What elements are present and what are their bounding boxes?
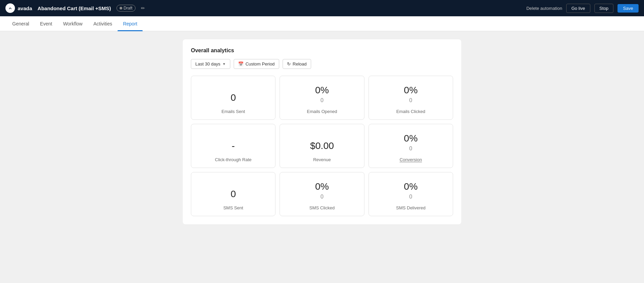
custom-period-button[interactable]: 📅 Custom Period bbox=[234, 59, 279, 69]
metric-card-emails-sent: 0 Emails Sent bbox=[191, 76, 275, 120]
brand-name: avada bbox=[18, 5, 32, 11]
emails-opened-value: 0% bbox=[315, 84, 329, 96]
conversion-value: 0% bbox=[404, 133, 417, 144]
metric-card-emails-opened: 0% 0 Emails Opened bbox=[280, 76, 364, 120]
chevron-down-icon: ▼ bbox=[222, 62, 226, 66]
ctr-label: Click-through Rate bbox=[215, 157, 252, 162]
sms-delivered-sub: 0 bbox=[409, 194, 412, 200]
draft-dot bbox=[120, 7, 122, 10]
period-filter-label: Last 30 days bbox=[195, 61, 220, 67]
revenue-label: Revenue bbox=[313, 157, 331, 162]
section-title: Overall analytics bbox=[191, 48, 453, 54]
emails-clicked-label: Emails Clicked bbox=[396, 109, 425, 114]
revenue-value: $0.00 bbox=[310, 140, 334, 152]
analytics-container: Overall analytics Last 30 days ▼ 📅 Custo… bbox=[183, 39, 461, 224]
subnav-item-general[interactable]: General bbox=[7, 16, 35, 31]
metric-card-sms-delivered: 0% 0 SMS Delivered bbox=[369, 172, 453, 216]
edit-icon[interactable]: ✏ bbox=[141, 5, 145, 11]
reload-icon: ↻ bbox=[287, 61, 291, 67]
metric-card-revenue: $0.00 Revenue bbox=[280, 124, 364, 168]
stop-button[interactable]: Stop bbox=[594, 4, 614, 13]
subnav: General Event Workflow Activities Report bbox=[0, 16, 644, 31]
sms-clicked-value: 0% bbox=[315, 181, 329, 192]
subnav-item-workflow[interactable]: Workflow bbox=[58, 16, 88, 31]
metric-card-emails-clicked: 0% 0 Emails Clicked bbox=[369, 76, 453, 120]
draft-badge: Draft bbox=[117, 5, 136, 12]
reload-label: Reload bbox=[293, 61, 307, 67]
sms-clicked-sub: 0 bbox=[321, 194, 324, 200]
main-content: Overall analytics Last 30 days ▼ 📅 Custo… bbox=[0, 31, 644, 283]
metrics-grid: 0 Emails Sent 0% 0 Emails Opened 0% 0 Em… bbox=[191, 76, 453, 216]
sms-delivered-value: 0% bbox=[404, 181, 417, 192]
ctr-value: - bbox=[232, 140, 235, 152]
brand-logo bbox=[5, 3, 15, 13]
emails-opened-label: Emails Opened bbox=[307, 109, 337, 114]
emails-clicked-sub: 0 bbox=[409, 97, 412, 103]
metric-card-ctr: - Click-through Rate bbox=[191, 124, 275, 168]
period-filter-button[interactable]: Last 30 days ▼ bbox=[191, 59, 230, 69]
sms-delivered-label: SMS Delivered bbox=[396, 205, 426, 210]
navbar: avada Abandoned Cart (Email +SMS) Draft … bbox=[0, 0, 644, 16]
emails-opened-sub: 0 bbox=[321, 97, 324, 103]
calendar-icon: 📅 bbox=[238, 61, 244, 67]
sms-sent-value: 0 bbox=[231, 188, 236, 200]
metric-card-sms-clicked: 0% 0 SMS Clicked bbox=[280, 172, 364, 216]
go-live-button[interactable]: Go live bbox=[566, 4, 590, 13]
custom-period-label: Custom Period bbox=[246, 61, 275, 67]
brand-logo-area: avada bbox=[5, 3, 32, 13]
reload-button[interactable]: ↻ Reload bbox=[283, 59, 311, 69]
save-button[interactable]: Save bbox=[618, 4, 639, 13]
metric-card-sms-sent: 0 SMS Sent bbox=[191, 172, 275, 216]
subnav-item-event[interactable]: Event bbox=[35, 16, 58, 31]
conversion-sub: 0 bbox=[409, 146, 412, 152]
delete-automation-link[interactable]: Delete automation bbox=[526, 6, 562, 11]
metric-card-conversion: 0% 0 Conversion bbox=[369, 124, 453, 168]
page-title: Abandoned Cart (Email +SMS) bbox=[38, 5, 111, 11]
subnav-item-report[interactable]: Report bbox=[118, 16, 143, 31]
filters-row: Last 30 days ▼ 📅 Custom Period ↻ Reload bbox=[191, 59, 453, 69]
subnav-item-activities[interactable]: Activities bbox=[88, 16, 118, 31]
emails-clicked-value: 0% bbox=[404, 84, 417, 96]
sms-clicked-label: SMS Clicked bbox=[309, 205, 335, 210]
emails-sent-label: Emails Sent bbox=[221, 109, 245, 114]
navbar-actions: Delete automation Go live Stop Save bbox=[526, 4, 639, 13]
emails-sent-value: 0 bbox=[231, 92, 236, 103]
conversion-label: Conversion bbox=[399, 157, 422, 162]
draft-label: Draft bbox=[124, 6, 132, 11]
sms-sent-label: SMS Sent bbox=[223, 205, 243, 210]
